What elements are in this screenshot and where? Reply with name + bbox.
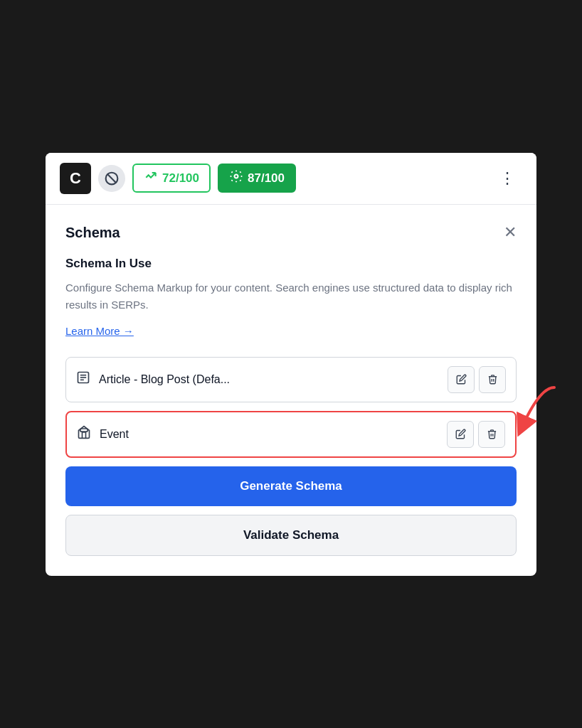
close-button[interactable]: ✕: [504, 225, 517, 240]
schema-items-list: Article - Blog Post (Defa...: [65, 357, 517, 458]
event-actions: [447, 421, 505, 448]
svg-line-1: [107, 174, 116, 183]
score-badge-1[interactable]: 72/100: [132, 164, 211, 193]
event-edit-button[interactable]: [447, 421, 474, 448]
section-description: Configure Schema Markup for your content…: [65, 279, 517, 314]
schema-item-article: Article - Blog Post (Defa...: [65, 357, 517, 402]
learn-more-link[interactable]: Learn More →: [65, 325, 134, 337]
more-menu-button[interactable]: ⋮: [494, 166, 522, 191]
toolbar: C 72/100: [46, 153, 536, 204]
edit-icon: [98, 165, 125, 192]
score-badge-2[interactable]: 87/100: [218, 164, 296, 193]
score2-icon: [229, 169, 243, 187]
schema-item-event: Event: [65, 411, 517, 458]
article-icon: [76, 370, 90, 388]
generate-schema-button[interactable]: Generate Schema: [65, 466, 517, 506]
svg-rect-8: [80, 429, 88, 432]
event-icon: [77, 425, 91, 443]
svg-point-2: [235, 175, 238, 178]
article-edit-button[interactable]: [448, 366, 475, 393]
score2-value: 87/100: [248, 171, 285, 186]
section-title: Schema In Use: [65, 257, 517, 271]
score1-icon: [144, 169, 158, 187]
panel-title: Schema: [65, 225, 120, 241]
event-label: Event: [100, 428, 447, 441]
article-delete-button[interactable]: [479, 366, 506, 393]
score1-value: 72/100: [162, 171, 199, 186]
logo-icon: C: [60, 163, 91, 194]
validate-schema-button[interactable]: Validate Schema: [65, 515, 517, 556]
article-label: Article - Blog Post (Defa...: [99, 373, 448, 386]
event-delete-button[interactable]: [478, 421, 505, 448]
panel-wrapper: C 72/100: [46, 153, 536, 576]
phone-container: C 72/100: [0, 0, 582, 728]
panel-header: Schema ✕: [65, 225, 517, 241]
panel-content: Schema ✕ Schema In Use Configure Schema …: [46, 205, 536, 576]
article-actions: [448, 366, 506, 393]
